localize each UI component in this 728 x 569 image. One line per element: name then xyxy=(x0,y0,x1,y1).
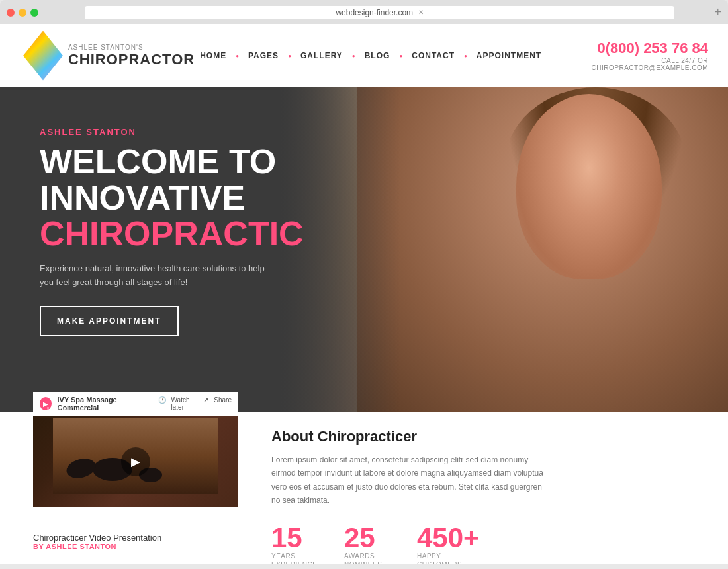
logo-icon xyxy=(20,28,62,84)
site-wrapper: ASHLEE STANTON'S CHIROPRACTOR HOME ● PAG… xyxy=(0,24,728,564)
nav-appointment[interactable]: APPOINTMENT xyxy=(471,48,547,64)
nav-home[interactable]: HOME xyxy=(195,48,232,64)
hero-name: ASHLEE STANTON xyxy=(40,127,728,137)
stat-years-number: 15 xyxy=(271,524,318,552)
stat-years: 15 YEARS EXPERIENCE xyxy=(271,524,318,564)
about-text: Lorem ipsum dolor sit amet, consetetur s… xyxy=(271,453,549,507)
contact-sub: CALL 24/7 OR CHIROPRACTOR@EXAMPLE.COM xyxy=(547,57,708,71)
hero-title-line1: WELCOME TO xyxy=(40,144,728,180)
url-text: webdesign-finder.com xyxy=(336,8,413,17)
about-section: About Chiropracticer Lorem ipsum dolor s… xyxy=(245,412,728,564)
browser-titlebar: webdesign-finder.com ✕ + xyxy=(0,5,728,24)
video-caption: Chiropracticer Video Presentation BY ASH… xyxy=(0,527,245,550)
stat-customers: 450+ HAPPY CUSTOMERS xyxy=(417,524,480,564)
stone-2 xyxy=(64,456,98,482)
nav-dot-1: ● xyxy=(236,53,239,59)
nav-dot-4: ● xyxy=(399,53,402,59)
logo-area: ASHLEE STANTON'S CHIROPRACTOR xyxy=(20,28,195,84)
traffic-lights xyxy=(7,9,38,17)
tab-close-icon[interactable]: ✕ xyxy=(418,9,424,16)
play-button[interactable]: ▶ xyxy=(121,447,150,476)
hero-description: Experience natural, innovative health ca… xyxy=(40,262,271,290)
hero-content: ASHLEE STANTON WELCOME TO INNOVATIVE CHI… xyxy=(0,87,728,336)
about-title: About Chiropracticer xyxy=(271,428,702,445)
stat-customers-label: HAPPY CUSTOMERS xyxy=(417,552,463,564)
close-button[interactable] xyxy=(7,9,15,17)
browser-chrome: webdesign-finder.com ✕ + xyxy=(0,0,728,24)
stat-customers-number: 450+ xyxy=(417,524,480,552)
share-text[interactable]: Share xyxy=(214,396,232,411)
video-overlay-text: HOT STONE MASSAGE xyxy=(46,405,202,419)
stat-awards-label: AWARDS NOMINEES xyxy=(344,552,390,564)
nav-dot-2: ● xyxy=(288,53,291,59)
header-contact: 0(800) 253 76 84 CALL 24/7 OR CHIROPRACT… xyxy=(547,40,708,71)
logo-title: CHIROPRACTOR xyxy=(68,51,195,68)
logo-subtitle: ASHLEE STANTON'S xyxy=(68,44,195,51)
video-area: ▶ IVY Spa Massage Commercial 🕐 Watch lat… xyxy=(0,412,245,564)
bottom-section: ▶ IVY Spa Massage Commercial 🕐 Watch lat… xyxy=(0,412,728,564)
nav-contact[interactable]: CONTACT xyxy=(406,48,460,64)
video-caption-text: Chiropracticer Video Presentation xyxy=(33,533,245,543)
nav-dot-5: ● xyxy=(464,53,467,59)
site-nav: HOME ● PAGES ● GALLERY ● BLOG ● CONTACT … xyxy=(195,48,547,64)
site-header: ASHLEE STANTON'S CHIROPRACTOR HOME ● PAG… xyxy=(0,24,728,87)
stat-years-label: YEARS EXPERIENCE xyxy=(271,552,318,564)
logo-diamond-shape xyxy=(23,31,63,81)
nav-dot-3: ● xyxy=(352,53,355,59)
minimize-button[interactable] xyxy=(19,9,26,17)
nav-gallery[interactable]: GALLERY xyxy=(295,48,348,64)
video-thumbnail[interactable]: ▶ IVY Spa Massage Commercial 🕐 Watch lat… xyxy=(33,392,238,507)
stat-awards: 25 AWARDS NOMINEES xyxy=(344,524,390,564)
logo-text: ASHLEE STANTON'S CHIROPRACTOR xyxy=(68,44,195,68)
new-tab-button[interactable]: + xyxy=(714,5,721,19)
make-appointment-button[interactable]: MAKE APPOINTMENT xyxy=(40,306,179,336)
share-icon: ↗ xyxy=(203,396,208,411)
phone-number[interactable]: 0(800) 253 76 84 xyxy=(547,40,708,57)
hero-section: ASHLEE STANTON WELCOME TO INNOVATIVE CHI… xyxy=(0,87,728,412)
nav-blog[interactable]: BLOG xyxy=(359,48,396,64)
hero-title-line3: CHIROPRACTIC xyxy=(40,216,728,252)
address-bar[interactable]: webdesign-finder.com ✕ xyxy=(85,6,674,19)
video-caption-by: BY ASHLEE STANTON xyxy=(33,543,245,550)
stat-awards-number: 25 xyxy=(344,524,390,552)
stats-row: 15 YEARS EXPERIENCE 25 AWARDS NOMINEES 4… xyxy=(271,524,702,564)
hero-title-line2: INNOVATIVE xyxy=(40,180,728,216)
maximize-button[interactable] xyxy=(30,9,38,17)
nav-pages[interactable]: PAGES xyxy=(243,48,284,64)
